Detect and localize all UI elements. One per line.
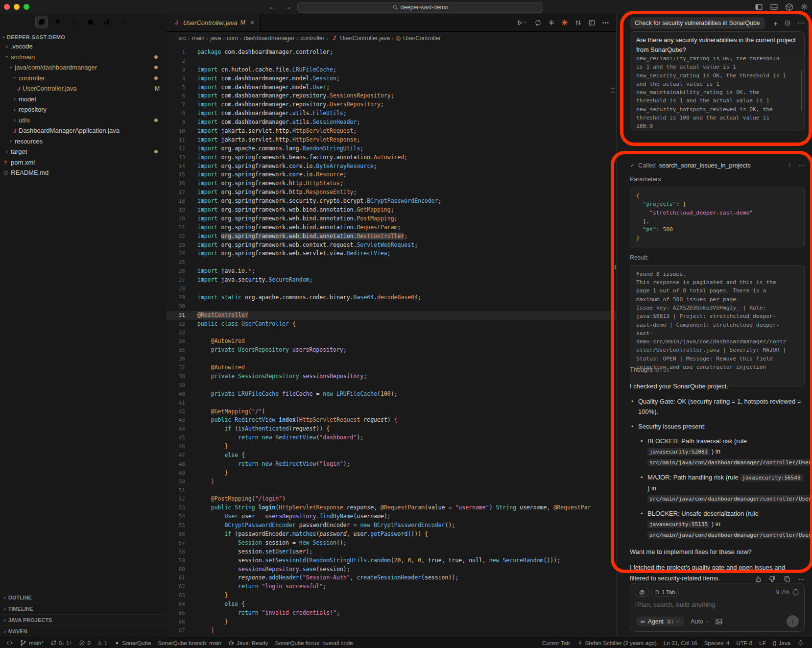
code-line: 46 }: [167, 442, 616, 451]
bullet-text: ) in: [710, 520, 720, 528]
status-item-java[interactable]: {}Java: [773, 640, 790, 646]
agent-mode-selector[interactable]: ∞ Agent ⌘I: [636, 617, 685, 626]
status-item-java-ready[interactable]: Java: Ready: [228, 640, 268, 646]
scrollbar[interactable]: [801, 71, 802, 110]
forward-icon[interactable]: →: [284, 2, 292, 11]
status-item-remote[interactable]: [6, 640, 13, 646]
status-item-main-[interactable]: main*: [20, 639, 44, 647]
section-java-projects[interactable]: ›JAVA PROJECTS: [0, 614, 167, 625]
status-item-0[interactable]: 0: [79, 640, 90, 646]
breadcrumb-item[interactable]: main: [192, 35, 205, 42]
scrollbar-decorations[interactable]: [610, 45, 616, 637]
chevron-down-icon[interactable]: [522, 20, 528, 25]
code-line: 19import org.springframework.web.bind.an…: [167, 206, 616, 215]
section-timeline[interactable]: ›TIMELINE: [0, 603, 167, 614]
status-item-ln-31-col-16[interactable]: Ln 31, Col 16: [664, 640, 697, 646]
status-item-utf-8[interactable]: UTF-8: [736, 640, 752, 646]
chat-tab[interactable]: Check for security vulnerabilities in So…: [630, 17, 765, 29]
close-window-button[interactable]: [4, 4, 10, 10]
breadcrumb-item[interactable]: UserController: [396, 35, 441, 42]
tree-item-controller[interactable]: ›controller: [0, 73, 167, 84]
layout-panel-icon[interactable]: [770, 3, 778, 11]
split-icon[interactable]: [588, 19, 596, 26]
thumb-down-icon[interactable]: [769, 576, 776, 583]
gear-icon[interactable]: [800, 3, 808, 11]
status-item-1[interactable]: ⚠1: [97, 640, 107, 646]
attach-image-icon[interactable]: [715, 618, 723, 625]
status-item-spaces-4[interactable]: Spaces: 4: [704, 640, 730, 646]
loop-icon[interactable]: [534, 19, 542, 26]
context-chip[interactable]: 1 Tab: [651, 588, 679, 597]
tab-usercontroller[interactable]: J UserController.java M ×: [167, 14, 261, 31]
activity-search-button[interactable]: [52, 16, 64, 28]
cursor-logo-icon[interactable]: [785, 3, 793, 11]
layout-sidebar-icon[interactable]: [755, 3, 763, 11]
code-line: 60 sessionsRepository.save(session);: [167, 565, 616, 574]
more-icon[interactable]: ⋯: [798, 162, 805, 169]
activity-globe-button[interactable]: [85, 16, 96, 28]
mention-button[interactable]: @: [636, 588, 648, 597]
command-search-input[interactable]: deeper-sast-demo: [297, 2, 543, 13]
status-item-cursor-tab[interactable]: Cursor Tab: [542, 640, 570, 646]
breadcrumb-item[interactable]: com: [227, 35, 238, 42]
more-icon[interactable]: ⋯: [797, 19, 805, 27]
activity-chevron-down-button[interactable]: [117, 16, 129, 28]
thought-duration[interactable]: Thought for 5s: [630, 365, 805, 375]
model-selector[interactable]: Auto: [691, 618, 709, 625]
breadcrumb-separator: ›: [392, 35, 394, 41]
chat-input[interactable]: Plan, search, build anything: [636, 601, 799, 608]
breadcrumb-item[interactable]: controller: [300, 35, 324, 42]
zoom-window-button[interactable]: [24, 4, 29, 10]
openai-icon[interactable]: [548, 19, 555, 26]
chevron-up-icon: [676, 620, 680, 624]
status-item-sonarqube-focus-overall-code[interactable]: SonarQube focus: overall code: [275, 640, 353, 646]
tree-item-utils[interactable]: ›utils: [0, 115, 167, 126]
breadcrumb-item[interactable]: dashboardmanager: [243, 35, 294, 42]
minimize-window-button[interactable]: [14, 4, 20, 10]
tree-item-dashboardmanagerapplication-java[interactable]: JDashboardManagerApplication.java: [0, 125, 167, 136]
tree-item--vscode[interactable]: ›.vscode: [0, 41, 167, 52]
more-icon[interactable]: ⋯: [798, 576, 805, 583]
status-item-sonarqube-branch-main[interactable]: SonarQube branch: main: [158, 640, 221, 646]
activity-extensions-button[interactable]: [101, 16, 113, 28]
more-icon[interactable]: [602, 19, 609, 26]
tree-item-readme-md[interactable]: README.md: [0, 168, 167, 178]
tree-item-model[interactable]: ›model: [0, 94, 167, 105]
breadcrumb-item[interactable]: JUserController.java: [330, 35, 390, 42]
status-item-lf[interactable]: LF: [759, 640, 766, 646]
quoted-output-box[interactable]: new_reliability_rating is OK, the thresh…: [630, 57, 805, 131]
status-item-0-1-[interactable]: 0↓ 1↑: [50, 640, 72, 646]
project-header[interactable]: › DEEPER-SAST-DEMO: [0, 30, 167, 41]
compare-icon[interactable]: [574, 19, 582, 26]
code-editor[interactable]: 1package com.dashboardmanager.controller…: [167, 45, 616, 641]
clock-history-icon[interactable]: [784, 20, 791, 26]
activity-files-button[interactable]: [35, 16, 48, 28]
tree-item-java-com-dashboardmanager[interactable]: ›java/com/dashboardmanager: [0, 62, 167, 73]
back-icon[interactable]: ←: [268, 2, 276, 11]
status-item-stefan-schiller-2-years-ago-[interactable]: Stefan Schiller (2 years ago): [577, 640, 657, 646]
code-line: 38 private SessionsRepository sessionsRe…: [167, 372, 616, 381]
send-button[interactable]: ↑: [787, 615, 799, 627]
tree-item-resources[interactable]: ›resources: [0, 136, 167, 147]
thumb-up-icon[interactable]: [754, 576, 762, 583]
chat-input-card[interactable]: @ 1 Tab 9.7% Plan, search, build anythin…: [630, 583, 805, 632]
copy-icon[interactable]: [784, 576, 791, 583]
breadcrumb-item[interactable]: src: [178, 35, 186, 42]
tree-item-src-main[interactable]: ›src/main: [0, 52, 167, 63]
breadcrumb-item[interactable]: java: [210, 35, 221, 42]
close-icon[interactable]: ×: [250, 19, 254, 26]
tree-item-repository[interactable]: ›repository: [0, 104, 167, 115]
code-line: 15import org.springframework.core.io.Res…: [167, 170, 616, 179]
tree-item-pom-xml[interactable]: pom.xml: [0, 157, 167, 168]
status-item-bell[interactable]: [797, 640, 804, 646]
section-maven[interactable]: ›MAVEN: [0, 625, 167, 637]
spark-icon[interactable]: [561, 19, 568, 26]
tree-item-target[interactable]: ›target: [0, 146, 167, 157]
plus-icon[interactable]: +: [773, 19, 778, 27]
tree-item-usercontroller-java[interactable]: JUserController.javaM: [0, 83, 167, 94]
usage-indicator[interactable]: 9.7%: [776, 589, 799, 596]
status-item-sonarqube[interactable]: SonarQube: [114, 640, 151, 646]
activity-branch-button[interactable]: [69, 16, 80, 28]
section-outline[interactable]: ›OUTLINE: [0, 592, 167, 603]
expand-icon[interactable]: [787, 162, 792, 169]
